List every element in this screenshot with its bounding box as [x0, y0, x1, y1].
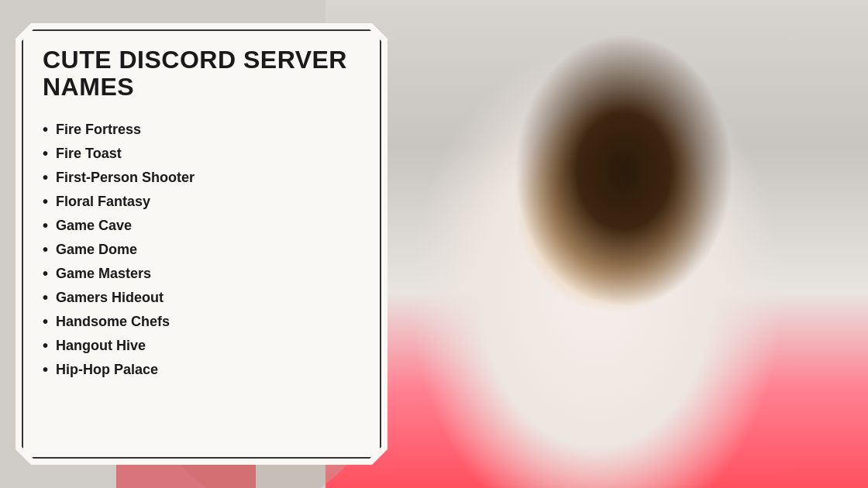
list-item: Game Masters [43, 262, 360, 286]
list-item: Game Cave [43, 214, 360, 238]
page-title: CUTE DISCORD SERVER NAMES [43, 46, 360, 101]
list-item: Game Dome [43, 238, 360, 262]
list-item: Hangout Hive [43, 334, 360, 358]
list-item: First-Person Shooter [43, 166, 360, 190]
list-item: Fire Toast [43, 142, 360, 166]
list-item: Gamers Hideout [43, 286, 360, 310]
background: CUTE DISCORD SERVER NAMES Fire FortressF… [0, 0, 868, 488]
list-item: Handsome Chefs [43, 310, 360, 334]
list-item: Fire Fortress [43, 118, 360, 142]
names-list: Fire FortressFire ToastFirst-Person Shoo… [43, 118, 360, 382]
person-photo [326, 0, 868, 488]
list-item: Floral Fantasy [43, 190, 360, 214]
list-item: Hip-Hop Palace [43, 358, 360, 382]
photo-background [326, 0, 868, 488]
content-panel: CUTE DISCORD SERVER NAMES Fire FortressF… [16, 23, 388, 465]
